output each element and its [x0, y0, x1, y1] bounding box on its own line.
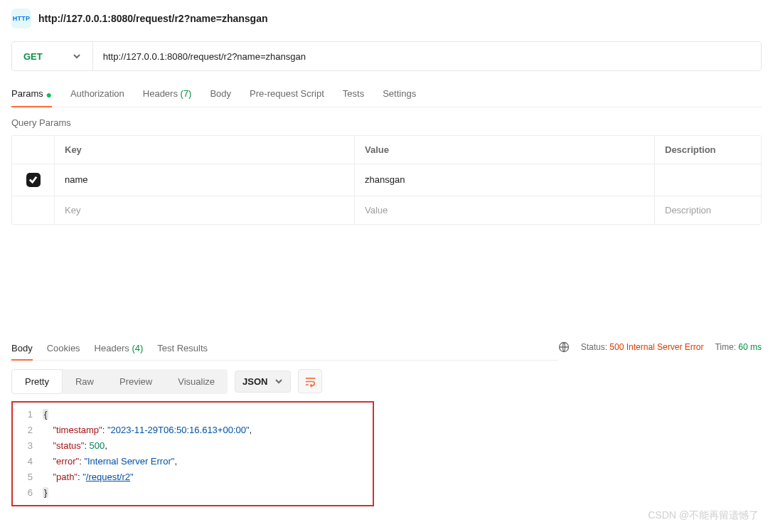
request-bar: GET [11, 41, 762, 71]
chevron-down-icon [73, 52, 81, 60]
response-viewbar: Pretty Raw Preview Visualize JSON [11, 369, 762, 394]
method-selector[interactable]: GET [12, 42, 93, 70]
col-key: Key [55, 136, 355, 164]
param-desc-cell[interactable] [655, 164, 761, 196]
query-params-table: Key Value Description name zhansgan Key … [11, 135, 762, 225]
query-params-title: Query Params [11, 117, 762, 128]
tab-settings[interactable]: Settings [383, 84, 416, 107]
format-selector[interactable]: JSON [235, 371, 291, 393]
tab-headers[interactable]: Headers (7) [143, 84, 192, 107]
request-title: http://127.0.0.1:8080/request/r2?name=zh… [38, 13, 268, 24]
url-input[interactable] [93, 42, 761, 70]
response-body-json: 1{ 2 "timestamp": "2023-11-29T06:50:16.6… [11, 401, 374, 506]
request-tabs: Params ● Authorization Headers (7) Body … [11, 84, 762, 107]
tab-body[interactable]: Body [210, 84, 231, 107]
resp-tab-testresults[interactable]: Test Results [157, 339, 208, 360]
chevron-down-icon [274, 377, 283, 385]
response-meta: Status: 500 Internal Server Error Time: … [558, 341, 762, 357]
param-value-placeholder[interactable]: Value [355, 196, 655, 224]
col-value: Value [355, 136, 655, 164]
status-value: 500 Internal Server Error [609, 342, 703, 352]
wrap-lines-button[interactable] [298, 369, 322, 393]
resp-tab-cookies[interactable]: Cookies [47, 339, 80, 360]
view-raw[interactable]: Raw [63, 369, 107, 394]
param-key-placeholder[interactable]: Key [55, 196, 355, 224]
view-pretty[interactable]: Pretty [11, 369, 63, 394]
table-row: name zhansgan [12, 164, 761, 196]
col-description: Description [655, 136, 761, 164]
globe-icon[interactable] [558, 341, 570, 353]
table-header-row: Key Value Description [12, 136, 761, 164]
tab-params[interactable]: Params ● [11, 84, 52, 107]
time-value: 60 ms [738, 342, 762, 352]
tab-tests[interactable]: Tests [343, 84, 364, 107]
resp-tab-headers[interactable]: Headers (4) [95, 339, 144, 360]
view-visualize[interactable]: Visualize [165, 369, 228, 394]
method-label: GET [23, 51, 43, 62]
tab-prerequest[interactable]: Pre-request Script [250, 84, 324, 107]
title-bar: HTTP http://127.0.0.1:8080/request/r2?na… [11, 9, 762, 28]
param-value-cell[interactable]: zhansgan [355, 164, 655, 196]
params-active-dot-icon: ● [46, 89, 51, 100]
resp-tab-body[interactable]: Body [11, 339, 33, 360]
view-preview[interactable]: Preview [107, 369, 165, 394]
table-row-empty: Key Value Description [12, 196, 761, 224]
response-tabs: Body Cookies Headers (4) Test Results [11, 339, 558, 361]
tab-authorization[interactable]: Authorization [70, 84, 124, 107]
http-badge-icon: HTTP [11, 9, 31, 28]
row-checkbox[interactable] [26, 173, 41, 187]
param-desc-placeholder[interactable]: Description [655, 196, 761, 224]
param-key-cell[interactable]: name [55, 164, 355, 196]
